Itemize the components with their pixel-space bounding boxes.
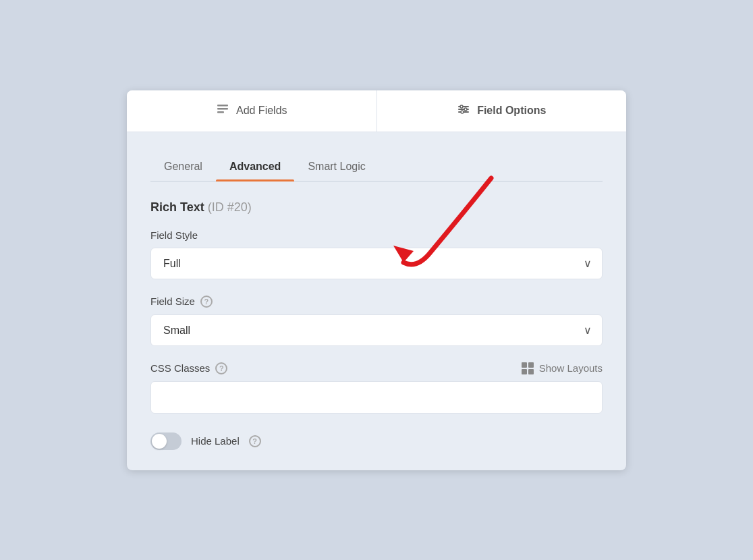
field-size-help-icon[interactable]: ? (200, 296, 213, 308)
svg-point-7 (464, 108, 467, 111)
field-size-group: Field Size ? Small Medium Large ∨ (150, 296, 603, 346)
css-classes-label: CSS Classes ? (150, 362, 227, 374)
svg-point-6 (460, 105, 463, 108)
tab-general[interactable]: General (150, 152, 216, 181)
tab-smart-logic[interactable]: Smart Logic (294, 152, 379, 181)
field-style-select-wrapper: Full Half Quarter ∨ (150, 248, 603, 279)
field-options-icon (457, 103, 470, 119)
field-title: Rich Text (ID #20) (150, 200, 603, 215)
sub-tab-bar: General Advanced Smart Logic (150, 152, 603, 181)
svg-rect-2 (217, 111, 224, 113)
hide-label-help-icon[interactable]: ? (249, 435, 261, 447)
css-classes-group: CSS Classes ? Show Layouts (150, 362, 603, 414)
field-id: (ID #20) (208, 200, 252, 214)
svg-rect-0 (217, 105, 228, 107)
field-style-select[interactable]: Full Half Quarter (150, 248, 603, 279)
show-layouts-button[interactable]: Show Layouts (522, 362, 603, 374)
field-options-label: Field Options (477, 105, 546, 117)
layouts-grid-icon (522, 362, 534, 374)
field-style-group: Field Style Full Half Quarter ∨ (150, 229, 603, 279)
hide-label-row: Hide Label ? (150, 432, 603, 450)
svg-rect-1 (217, 108, 228, 110)
tab-add-fields[interactable]: Add Fields (127, 90, 377, 132)
top-tab-bar: Add Fields Field Options (127, 90, 626, 132)
tab-field-options[interactable]: Field Options (377, 90, 627, 132)
css-classes-header: CSS Classes ? Show Layouts (150, 362, 603, 374)
field-size-select-wrapper: Small Medium Large ∨ (150, 314, 603, 346)
svg-point-8 (461, 111, 464, 113)
tab-advanced[interactable]: Advanced (216, 152, 294, 181)
css-classes-input[interactable] (150, 381, 603, 414)
field-style-label: Field Style (150, 229, 603, 241)
field-options-panel: Add Fields Field Options (127, 90, 626, 470)
add-fields-label: Add Fields (236, 105, 287, 117)
hide-label-toggle[interactable] (150, 432, 182, 450)
add-fields-icon (216, 103, 229, 119)
css-classes-help-icon[interactable]: ? (215, 362, 227, 374)
field-size-select[interactable]: Small Medium Large (150, 314, 603, 346)
hide-label-text: Hide Label (191, 435, 240, 447)
content-area: General Advanced Smart Logic Rich Text (… (127, 132, 626, 470)
field-size-label: Field Size ? (150, 296, 603, 308)
